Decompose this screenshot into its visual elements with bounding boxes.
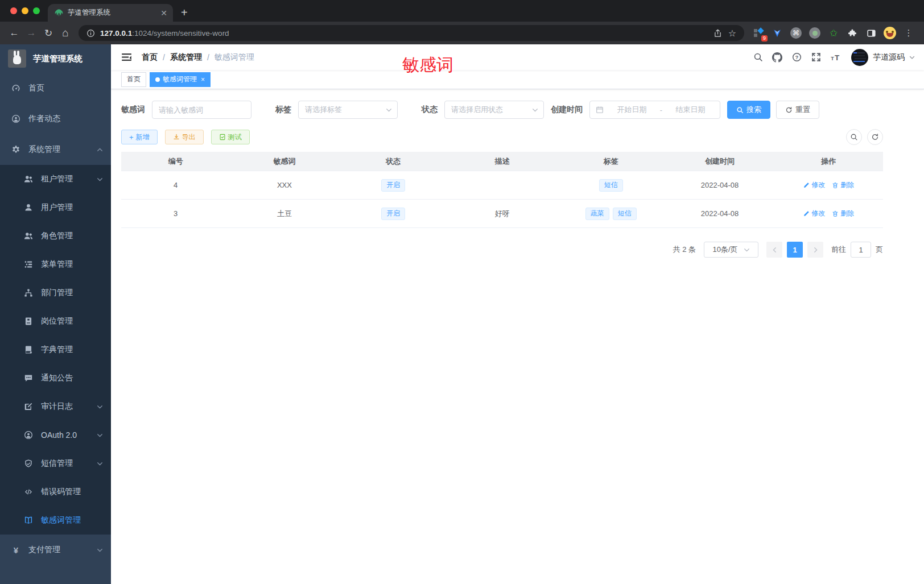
bookmark-star-icon[interactable]: ☆ <box>725 26 740 40</box>
back-icon[interactable]: ← <box>6 24 23 42</box>
prev-page-button[interactable] <box>766 242 782 258</box>
status-tag[interactable]: 开启 <box>381 208 405 220</box>
sidebar-item-支付管理[interactable]: ¥支付管理 <box>0 535 111 565</box>
sidebar-item-审计日志[interactable]: 审计日志 <box>0 392 111 421</box>
sidebar-item-OAuth 2.0[interactable]: OAuth 2.0 <box>0 421 111 449</box>
view-tag-敏感词管理[interactable]: 敏感词管理× <box>150 72 211 87</box>
sidebar-item-通知公告[interactable]: 通知公告 <box>0 364 111 392</box>
download-icon <box>173 134 180 140</box>
breadcrumb-system[interactable]: 系统管理 <box>170 52 202 63</box>
profile-avatar-icon[interactable] <box>882 26 897 40</box>
total-count: 共 2 条 <box>673 245 696 255</box>
edit-link[interactable]: 修改 <box>803 209 825 218</box>
zoom-window-button[interactable] <box>33 7 40 14</box>
github-icon[interactable] <box>770 51 784 64</box>
edit-link[interactable]: 修改 <box>803 180 825 190</box>
cell-created-time: 2022-04-08 <box>665 209 774 218</box>
search-button[interactable]: 搜索 <box>727 101 770 119</box>
new-tab-button[interactable]: + <box>181 6 188 19</box>
sidebar-item-菜单管理[interactable]: 菜单管理 <box>0 250 111 279</box>
sidebar-item-用户管理[interactable]: 用户管理 <box>0 193 111 222</box>
overlay-annotation: 敏感词 <box>402 53 453 77</box>
site-info-icon[interactable] <box>85 26 96 40</box>
extension-badge: 9 <box>761 35 768 42</box>
help-icon[interactable]: ? <box>790 51 803 64</box>
sidebar-item-系统管理[interactable]: 系统管理 <box>0 134 111 165</box>
filter-form: 敏感词 标签 请选择标签 状态 请选择启用状态 创建时间 <box>121 101 883 119</box>
page-number-current[interactable]: 1 <box>787 242 803 258</box>
command-extension-icon[interactable]: ⌘ <box>789 26 803 40</box>
gear-icon <box>11 145 20 154</box>
sidebar-item-短信管理[interactable]: 短信管理 <box>0 449 111 478</box>
browser-tabstrip: 芋道管理系统 ✕ + <box>0 0 924 22</box>
view-tag-首页[interactable]: 首页 <box>121 72 146 87</box>
reload-icon[interactable]: ↻ <box>40 24 57 42</box>
next-page-button[interactable] <box>807 242 823 258</box>
header-search-icon[interactable] <box>751 51 765 64</box>
add-button[interactable]: + 新增 <box>121 130 158 144</box>
delete-link[interactable]: 删除 <box>832 180 854 190</box>
sidebar-item-敏感词管理[interactable]: 敏感词管理 <box>0 506 111 535</box>
home-icon[interactable]: ⌂ <box>57 24 74 42</box>
reset-button[interactable]: 重置 <box>776 101 819 119</box>
sidebar-item-租户管理[interactable]: 租户管理 <box>0 165 111 193</box>
sidebar-menu: 首页作者动态系统管理租户管理用户管理角色管理菜单管理部门管理岗位管理字典管理通知… <box>0 73 111 584</box>
toggle-search-button[interactable] <box>846 129 862 145</box>
forward-icon[interactable]: → <box>23 24 40 42</box>
sidebar-item-角色管理[interactable]: 角色管理 <box>0 222 111 250</box>
minimize-window-button[interactable] <box>22 7 28 14</box>
chevron-down-icon <box>386 107 392 113</box>
chevron-down-icon <box>97 547 103 553</box>
date-range-picker[interactable]: 开始日期 - 结束日期 <box>589 101 720 119</box>
extensions-puzzle-icon[interactable] <box>845 26 860 40</box>
test-button[interactable]: 测试 <box>211 130 250 144</box>
notice-icon <box>24 374 33 383</box>
tab-close-icon[interactable]: ✕ <box>160 9 167 18</box>
font-size-icon[interactable]: TT <box>828 51 842 64</box>
sidebar-item-label: 敏感词管理 <box>41 515 103 525</box>
green-star-extension-icon[interactable]: ✩ <box>826 26 841 40</box>
breadcrumb-home[interactable]: 首页 <box>142 52 158 63</box>
address-bar[interactable]: 127.0.0.1:1024/system/sensitive-word ☆ <box>79 25 744 41</box>
page-unit-label: 页 <box>876 245 883 255</box>
share-icon[interactable] <box>710 26 725 40</box>
cell-operations: 修改删除 <box>774 209 883 218</box>
tags-view-bar: 首页敏感词管理× <box>111 70 924 89</box>
vimium-icon[interactable] <box>770 26 785 40</box>
sidebar-item-字典管理[interactable]: 字典管理 <box>0 336 111 364</box>
tag-select[interactable]: 请选择标签 <box>298 101 398 119</box>
status-tag[interactable]: 开启 <box>381 179 405 192</box>
svg-text:?: ? <box>795 55 798 60</box>
user-menu[interactable]: 芋道源码 <box>851 49 915 66</box>
breadcrumb-current: 敏感词管理 <box>214 52 254 63</box>
sidebar-item-label: 审计日志 <box>41 401 97 412</box>
browser-tab[interactable]: 芋道管理系统 ✕ <box>48 4 173 22</box>
table-header-row: 编号敏感词状态描述标签创建时间操作 <box>121 152 883 171</box>
extension-grid-icon[interactable]: 9 <box>751 26 766 40</box>
refresh-table-button[interactable] <box>867 129 883 145</box>
fullscreen-icon[interactable] <box>809 51 823 64</box>
close-window-button[interactable] <box>10 7 17 14</box>
sidebar-item-部门管理[interactable]: 部门管理 <box>0 279 111 307</box>
sidebar-item-岗位管理[interactable]: 岗位管理 <box>0 307 111 336</box>
sidebar-item-错误码管理[interactable]: 错误码管理 <box>0 478 111 506</box>
tag-badge: 短信 <box>599 179 623 192</box>
tag-close-icon[interactable]: × <box>201 76 205 84</box>
goto-page-input[interactable] <box>851 242 871 258</box>
side-panel-icon[interactable] <box>864 26 878 40</box>
page-size-select[interactable]: 10条/页 <box>704 242 758 258</box>
table-row: 3土豆开启好呀蔬菜短信2022-04-08修改删除 <box>121 200 883 228</box>
keyword-input[interactable] <box>159 106 245 114</box>
status-select[interactable]: 请选择启用状态 <box>444 101 544 119</box>
recorder-extension-icon[interactable] <box>807 26 822 40</box>
export-button[interactable]: 导出 <box>165 130 204 144</box>
delete-link[interactable]: 删除 <box>832 209 854 218</box>
sidebar: 芋道管理系统 首页作者动态系统管理租户管理用户管理角色管理菜单管理部门管理岗位管… <box>0 44 111 584</box>
sidebar-item-首页[interactable]: 首页 <box>0 73 111 103</box>
sidebar-item-label: 错误码管理 <box>41 487 103 497</box>
sidebar-logo[interactable]: 芋道管理系统 <box>0 44 111 73</box>
sidebar-item-作者动态[interactable]: 作者动态 <box>0 103 111 134</box>
trash-icon <box>832 210 839 217</box>
browser-menu-icon[interactable]: ⋮ <box>901 26 916 40</box>
collapse-sidebar-icon[interactable] <box>120 51 133 64</box>
